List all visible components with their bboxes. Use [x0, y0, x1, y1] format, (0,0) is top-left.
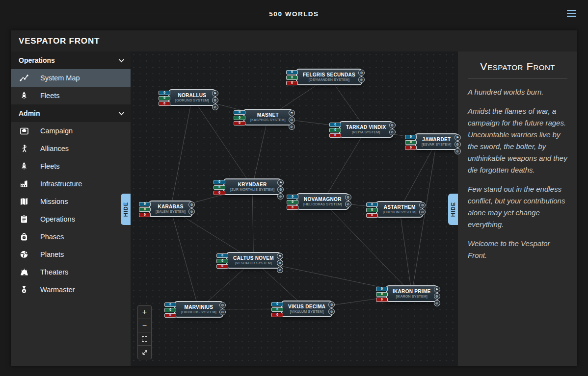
planet-slot-dot[interactable]	[352, 134, 360, 141]
hide-info-panel-button[interactable]: HIDE	[448, 194, 458, 225]
gear-icon[interactable]: ⚙	[345, 194, 351, 201]
planet-slot-dot[interactable]	[172, 213, 179, 221]
planet-slot-dot[interactable]	[152, 213, 160, 221]
sidebar-section-operations[interactable]: Operations	[11, 51, 131, 69]
hide-sidebar-button[interactable]: HIDE	[121, 194, 131, 225]
planet-slot-dot[interactable]	[372, 134, 379, 141]
gear-icon[interactable]: ⚙	[328, 301, 335, 308]
sidebar-item-infrastructure[interactable]: Infrastructure	[11, 175, 131, 193]
delete-icon[interactable]: ⊘	[219, 309, 226, 315]
sidebar-section-admin[interactable]: Admin	[11, 104, 131, 122]
planet-slot-dot[interactable]	[411, 214, 418, 221]
gear-icon[interactable]: ⚙	[389, 122, 396, 128]
planet-slot-dot[interactable]	[188, 102, 196, 109]
planet-slot-dot[interactable]	[418, 298, 425, 305]
gear-icon[interactable]: ⚙	[419, 202, 426, 208]
map-node-kryndaer[interactable]: KRYNDAER [ZUR MORTALIS SYSTEM] 000 ⚑⚙⊘	[223, 178, 281, 195]
sidebar-item-phases[interactable]: Phases	[11, 228, 131, 246]
planet-slot-dot[interactable]	[269, 122, 276, 129]
zoom-in-button[interactable]: +	[138, 306, 151, 319]
planet-slot-dot[interactable]	[325, 81, 333, 89]
planet-slot-dot[interactable]	[438, 146, 445, 153]
planet-slot-dot[interactable]	[182, 213, 189, 221]
planet-slot-dot[interactable]	[250, 265, 257, 272]
gear-icon[interactable]: ⚙	[289, 117, 295, 123]
map-node-norallus[interactable]: NORALLUS [GORUND SYSTEM] 000 ⚑⚙⊘	[168, 89, 216, 106]
planet-slot-dot[interactable]	[254, 191, 261, 199]
planet-slot-dot[interactable]	[401, 214, 408, 221]
sidebar-item-system-map[interactable]: System Map	[11, 69, 131, 87]
sidebar-item-missions[interactable]: Missions	[11, 193, 131, 210]
planet-slot-dot[interactable]	[259, 122, 267, 129]
planet-slot-dot[interactable]	[391, 214, 399, 221]
delete-icon[interactable]: ⊘	[454, 148, 461, 154]
delete-icon[interactable]: ⊘	[328, 308, 335, 315]
delete-icon[interactable]: ⊘	[277, 193, 284, 200]
planet-slot-dot[interactable]	[398, 298, 405, 305]
delete-icon[interactable]: ⊘	[188, 208, 195, 215]
sidebar-item-operations[interactable]: Operations	[11, 210, 131, 228]
planet-slot-dot[interactable]	[185, 314, 192, 321]
planet-slot-dot[interactable]	[179, 102, 186, 109]
delete-icon[interactable]: ⊘	[434, 300, 440, 306]
sidebar-item-fleets[interactable]: Fleets	[11, 157, 131, 175]
planet-slot-dot[interactable]	[298, 313, 306, 321]
planet-slot-dot[interactable]	[428, 146, 435, 153]
gear-icon[interactable]: ⚙	[358, 70, 365, 76]
delete-icon[interactable]: ⊘	[289, 124, 295, 130]
map-node-novamagnor[interactable]: NOVAMAGNOR [HELIODRAS SYSTEM] 000 ⚙⊘	[296, 193, 349, 210]
map-node-vikus[interactable]: VIKUS DECIMA [VIKULUM SYSTEM] 000 ⚙⊘	[281, 301, 332, 317]
map-node-masnet[interactable]: MASNET [KASPHOS SYSTEM] 000 ⚑⚙⊘	[243, 109, 293, 125]
zoom-out-button[interactable]: −	[138, 319, 151, 332]
flag-icon[interactable]: ⚑	[212, 90, 218, 97]
delete-icon[interactable]: ⊘	[358, 76, 365, 83]
planet-slot-dot[interactable]	[244, 191, 251, 199]
gear-icon[interactable]: ⚙	[219, 302, 226, 308]
sidebar-item-fleets[interactable]: Fleets	[11, 87, 131, 104]
flag-icon[interactable]: ⚑	[277, 179, 284, 186]
map-node-ikaron[interactable]: IKARON PRIME [IKARON SYSTEM] 000 ⚑⚙⊘	[386, 285, 438, 302]
map-node-astarthem[interactable]: ASTARTHEM [ORPHON SYSTEM] 000 ⚙⊘	[376, 201, 423, 218]
map-node-jawardet[interactable]: JAWARDET [ESVAR SYSTEM] 000 ⚑⚙⊘	[415, 133, 458, 150]
flag-icon[interactable]: ⚑	[289, 110, 295, 116]
planet-slot-dot[interactable]	[324, 206, 331, 213]
menu-icon[interactable]	[567, 10, 576, 17]
delete-icon[interactable]: ⊘	[277, 267, 283, 273]
planet-slot-dot[interactable]	[381, 214, 389, 221]
gear-icon[interactable]: ⚙	[277, 186, 284, 193]
gear-icon[interactable]: ⚙	[277, 260, 283, 266]
map-node-tarkad[interactable]: TARKAD VINDIX [REIYA SYSTEM] 000 ⚙⊘	[339, 121, 393, 138]
planet-slot-dot[interactable]	[198, 102, 206, 109]
planet-slot-dot[interactable]	[335, 81, 343, 89]
expand-button[interactable]	[138, 346, 151, 359]
gear-icon[interactable]: ⚙	[454, 141, 461, 148]
sidebar-item-planets[interactable]: Planets	[11, 246, 131, 263]
planet-slot-dot[interactable]	[240, 265, 247, 272]
delete-icon[interactable]: ⊘	[345, 201, 351, 207]
planet-slot-dot[interactable]	[260, 265, 267, 272]
delete-icon[interactable]: ⊘	[212, 104, 218, 110]
planet-slot-dot[interactable]	[408, 298, 415, 305]
fit-view-button[interactable]	[138, 332, 151, 346]
flag-icon[interactable]: ⚑	[277, 253, 283, 259]
flag-icon[interactable]: ⚑	[454, 134, 461, 141]
map-node-marvinius[interactable]: MARVINIUS [DIODECIS SYSTEM] 000 ⚙⊘	[174, 301, 223, 318]
sidebar-item-campaign[interactable]: Campaign	[11, 122, 131, 140]
planet-slot-dot[interactable]	[195, 314, 202, 321]
sidebar-item-theaters[interactable]: Theaters	[11, 263, 131, 281]
flag-icon[interactable]: ⚑	[434, 286, 440, 293]
planet-slot-dot[interactable]	[362, 134, 370, 141]
gear-icon[interactable]: ⚙	[212, 97, 218, 103]
map-node-caltus[interactable]: CALTUS NOVEM [VESPATOR SYSTEM] 000 ⚑⚙⊘	[226, 252, 281, 269]
gear-icon[interactable]: ⚙	[188, 201, 195, 208]
planet-slot-dot[interactable]	[316, 81, 323, 89]
gear-icon[interactable]: ⚙	[434, 293, 440, 300]
sidebar-item-warmaster[interactable]: Warmaster	[11, 281, 131, 299]
map-node-felgris[interactable]: FELGRIS SECUNDAS [OSYMANDEN SYSTEM] 000 …	[296, 69, 362, 85]
planet-slot-dot[interactable]	[162, 213, 169, 221]
delete-icon[interactable]: ⊘	[389, 129, 396, 135]
planet-slot-dot[interactable]	[314, 206, 321, 213]
sidebar-item-alliances[interactable]: Alliances	[11, 140, 131, 157]
delete-icon[interactable]: ⊘	[419, 209, 426, 215]
planet-slot-dot[interactable]	[205, 314, 212, 321]
